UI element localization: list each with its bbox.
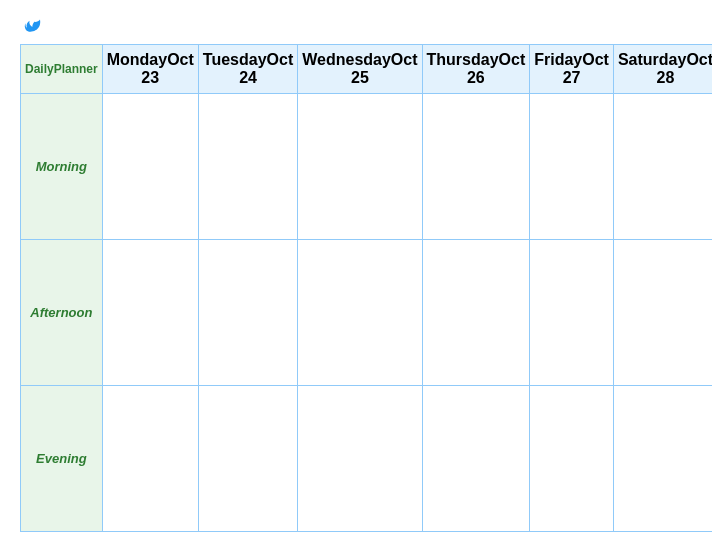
cell-morning-fri[interactable] [530,94,614,240]
calendar-table: DailyPlannerMondayOct 23TuesdayOct 24Wed… [20,44,712,532]
col-label-planner: Planner [54,62,98,76]
col-dayname-fri: Friday [534,51,582,68]
cell-evening-sat[interactable] [613,386,712,532]
col-header-label: DailyPlanner [21,45,103,94]
col-dayname-sat: Saturday [618,51,686,68]
column-headers: DailyPlannerMondayOct 23TuesdayOct 24Wed… [21,45,713,94]
time-label-morning: Morning [21,94,103,240]
cell-afternoon-wed[interactable] [298,240,422,386]
cell-evening-fri[interactable] [530,386,614,532]
row-morning: Morning [21,94,713,240]
cell-afternoon-tue[interactable] [198,240,297,386]
logo-area [20,18,42,32]
cell-evening-wed[interactable] [298,386,422,532]
cell-morning-wed[interactable] [298,94,422,240]
page-header [20,18,692,32]
col-dayname-mon: Monday [107,51,167,68]
cell-morning-tue[interactable] [198,94,297,240]
time-label-evening: Evening [21,386,103,532]
col-label-daily: Daily [25,62,54,76]
cell-afternoon-fri[interactable] [530,240,614,386]
col-dayname-wed: Wednesday [302,51,391,68]
logo-bird-icon [24,18,42,32]
col-dayname-thu: Thursday [427,51,499,68]
time-label-afternoon: Afternoon [21,240,103,386]
cell-morning-mon[interactable] [102,94,198,240]
row-afternoon: Afternoon [21,240,713,386]
cell-afternoon-sat[interactable] [613,240,712,386]
cell-evening-tue[interactable] [198,386,297,532]
cell-afternoon-mon[interactable] [102,240,198,386]
col-header-mon: MondayOct 23 [102,45,198,94]
col-dayname-tue: Tuesday [203,51,267,68]
cell-afternoon-thu[interactable] [422,240,530,386]
col-header-fri: FridayOct 27 [530,45,614,94]
cell-evening-thu[interactable] [422,386,530,532]
col-header-wed: WednesdayOct 25 [298,45,422,94]
cell-evening-mon[interactable] [102,386,198,532]
cell-morning-thu[interactable] [422,94,530,240]
row-evening: Evening [21,386,713,532]
col-header-thu: ThursdayOct 26 [422,45,530,94]
col-header-sat: SaturdayOct 28 [613,45,712,94]
cell-morning-sat[interactable] [613,94,712,240]
col-header-tue: TuesdayOct 24 [198,45,297,94]
